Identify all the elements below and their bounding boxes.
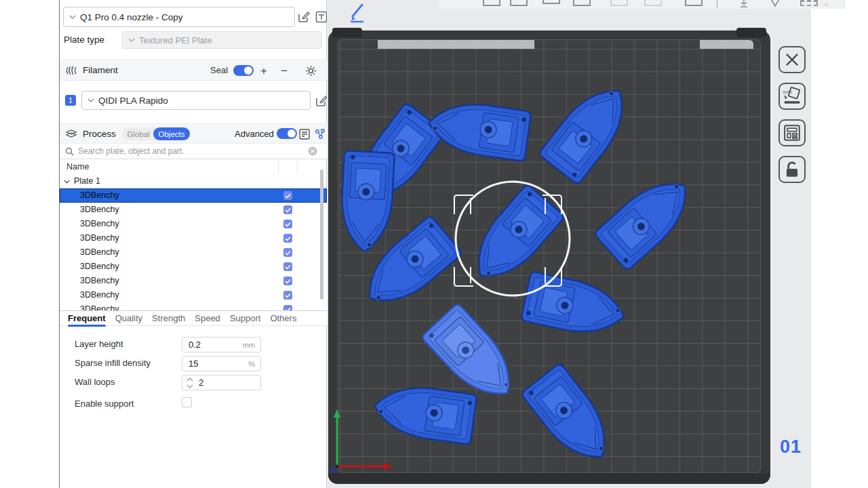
param-wall-loops: Wall loops 2	[60, 375, 327, 391]
printer-preset-select[interactable]: Q1 Pro 0.4 nozzle - Copy	[63, 7, 295, 27]
object-name: 3DBenchy	[80, 205, 119, 214]
toolbar-icon-clipped[interactable]	[483, 0, 500, 6]
plate-type-label: Plate type	[64, 35, 104, 45]
benchy-model[interactable]	[521, 271, 629, 341]
edit-printer-icon[interactable]	[297, 10, 311, 24]
toolbar-icon-clipped[interactable]	[717, 0, 717, 8]
enable-support-checkbox[interactable]	[182, 397, 192, 407]
param-label: Layer height	[75, 339, 123, 349]
scope-objects-option[interactable]: Objects	[153, 127, 190, 140]
object-row[interactable]: 3DBenchy	[60, 231, 327, 245]
process-scope-toggle[interactable]: Global Objects	[122, 127, 190, 140]
plate-number-label[interactable]: 01	[780, 436, 802, 458]
layer-height-input[interactable]: 0.2 mm	[182, 337, 261, 352]
filament-preset-value: QIDI PLA Rapido	[98, 96, 168, 106]
object-list-header: Name	[60, 160, 327, 174]
object-row[interactable]: 3DBenchy	[60, 260, 327, 274]
object-row[interactable]: 3DBenchy	[60, 217, 327, 231]
plate-group-row[interactable]: Plate 1	[60, 174, 327, 188]
object-row[interactable]: 3DBenchy	[60, 203, 327, 217]
object-print-checkbox[interactable]	[283, 205, 292, 214]
object-print-checkbox[interactable]	[283, 191, 292, 200]
arrange-objects-button[interactable]	[778, 119, 806, 146]
object-row[interactable]: 3DBenchy	[60, 288, 327, 302]
search-bar[interactable]: Search plate, object and part.	[60, 144, 327, 159]
tab-others[interactable]: Others	[270, 313, 296, 323]
object-name: 3DBenchy	[80, 233, 119, 243]
object-row[interactable]: 3DBenchy	[60, 274, 327, 288]
object-name: 3DBenchy	[80, 290, 119, 300]
printer-preset-value: Q1 Pro 0.4 nozzle - Copy	[80, 12, 183, 22]
stepper-arrows-icon[interactable]	[186, 377, 194, 389]
toolbar-icon-clipped[interactable]	[573, 0, 591, 6]
process-nodes-icon[interactable]	[315, 128, 326, 140]
input-unit: mm	[243, 341, 255, 349]
tab-strength[interactable]: Strength	[152, 313, 185, 323]
object-name: 3DBenchy	[80, 276, 119, 285]
benchy-model[interactable]	[521, 363, 622, 472]
toolbar-icon-clipped[interactable]	[610, 0, 628, 6]
object-print-checkbox[interactable]	[283, 305, 292, 310]
object-print-checkbox[interactable]	[283, 277, 292, 285]
chevron-down-icon	[87, 98, 94, 102]
toolbar-icon-clipped[interactable]	[739, 0, 749, 7]
advanced-toggle[interactable]	[277, 128, 297, 139]
seal-label: Seal	[210, 65, 228, 75]
plate-type-select[interactable]: Textured PEI Plate	[122, 31, 322, 49]
toggle-knob	[288, 129, 296, 138]
search-icon	[65, 147, 74, 156]
scope-global-option[interactable]: Global	[122, 130, 155, 138]
plate-type-value: Textured PEI Plate	[139, 35, 212, 45]
filament-preset-select[interactable]: QIDI PLA Rapido	[81, 91, 311, 110]
chevron-down-icon	[64, 180, 70, 184]
remove-filament-button[interactable]: −	[278, 64, 290, 78]
printer-calibration-icon[interactable]	[315, 10, 328, 24]
filament-spool-icon	[65, 65, 77, 76]
toolbar-icon-clipped[interactable]	[542, 0, 560, 4]
toolbar-icon-clipped[interactable]	[685, 0, 703, 6]
toolbar-icon-clipped[interactable]	[800, 0, 818, 6]
list-scrollbar[interactable]	[320, 169, 323, 300]
object-print-checkbox[interactable]	[283, 262, 292, 271]
column-divider	[297, 161, 298, 173]
right-panel-gap	[811, 0, 868, 488]
param-layer-height: Layer height 0.2 mm	[60, 337, 327, 353]
tab-quality[interactable]: Quality	[115, 313, 142, 323]
add-filament-button[interactable]: +	[258, 64, 270, 78]
object-row[interactable]: 3DBenchy	[60, 188, 327, 203]
filament-settings-gear-icon[interactable]	[305, 65, 317, 77]
input-value: 0.2	[189, 340, 201, 350]
seal-toggle[interactable]	[233, 65, 254, 76]
object-print-checkbox[interactable]	[283, 291, 292, 300]
input-unit: %	[248, 360, 255, 368]
edit-plate-name-icon[interactable]	[346, 1, 368, 24]
benchy-model[interactable]	[426, 98, 531, 161]
infill-density-input[interactable]: 15 %	[182, 356, 261, 371]
search-clear-icon[interactable]	[308, 146, 317, 156]
object-name: 3DBenchy	[80, 219, 119, 228]
edit-filament-icon[interactable]	[315, 94, 328, 108]
param-infill-density: Sparse infill density 15 %	[60, 356, 327, 372]
axis-gizmo	[331, 378, 406, 480]
benchy-model[interactable]	[538, 76, 639, 185]
object-row[interactable]: 3DBenchy	[60, 245, 327, 260]
tab-frequent[interactable]: Frequent	[68, 313, 106, 323]
benchy-model[interactable]	[594, 167, 701, 271]
delete-plate-button[interactable]	[778, 46, 806, 73]
benchy-model[interactable]	[339, 150, 395, 252]
object-print-checkbox[interactable]	[283, 234, 292, 243]
toolbar-icon-clipped[interactable]	[644, 0, 662, 6]
object-print-checkbox[interactable]	[283, 248, 292, 257]
object-print-checkbox[interactable]	[283, 220, 292, 228]
lock-plate-button[interactable]	[778, 156, 806, 183]
wall-loops-stepper[interactable]: 2	[182, 375, 261, 390]
column-divider	[278, 161, 279, 173]
viewport-3d[interactable]: ..:	[327, 0, 868, 488]
parameter-list-icon[interactable]	[298, 128, 311, 140]
tab-support[interactable]: Support	[230, 313, 261, 323]
object-row[interactable]: 3DBenchy	[60, 302, 327, 310]
toolbar-icon-clipped[interactable]	[510, 0, 528, 6]
tab-speed[interactable]: Speed	[195, 313, 220, 323]
auto-orient-button[interactable]: AUTO	[778, 83, 806, 110]
toolbar-icon-clipped[interactable]	[770, 0, 781, 7]
